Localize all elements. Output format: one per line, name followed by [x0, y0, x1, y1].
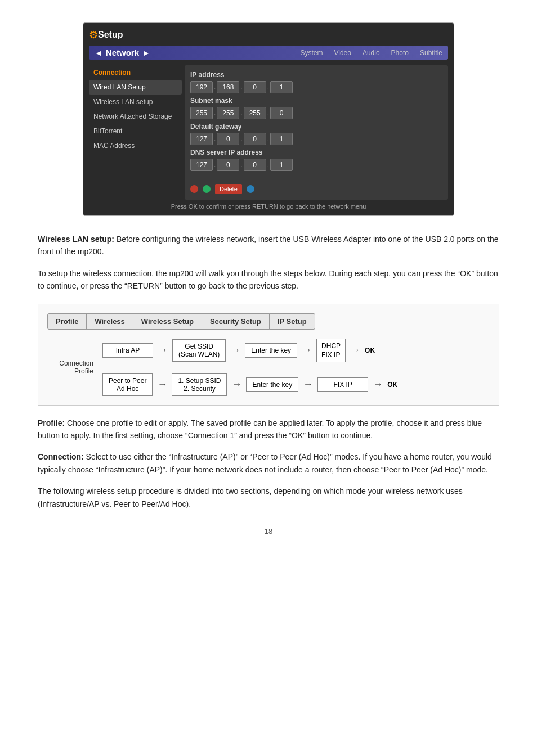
- menu-system[interactable]: System: [300, 49, 323, 57]
- setup-header: ⚙ Setup: [89, 29, 448, 41]
- left-panel-mac[interactable]: MAC Address: [89, 138, 182, 153]
- blue-dot: [247, 185, 254, 193]
- flow-header: Profile Wireless Wireless Setup Security…: [47, 313, 490, 330]
- subnet-octet-2[interactable]: 255: [217, 107, 239, 119]
- right-panel: IP address 192 . 168 . 0 . 1 Subnet mask…: [185, 65, 448, 200]
- profile-para: Profile: Choose one profile to edit or a…: [38, 417, 499, 442]
- connection-profile-label: ConnectionProfile: [53, 359, 98, 375]
- para2: To setup the wireless connection, the mp…: [38, 267, 499, 292]
- dhcp-fixip-node: DHCP FIX IP: [316, 339, 346, 362]
- flow-row-1: ConnectionProfile Infra AP → Get SSID(Sc…: [53, 339, 484, 396]
- profile-text: Choose one profile to edit or apply. The…: [38, 418, 482, 440]
- green-dot: [203, 185, 211, 193]
- infra-ap-row: Infra AP → Get SSID(Scan WLAN) → Enter t…: [102, 339, 397, 362]
- setup-body: Connection Wired LAN Setup Wireless LAN …: [89, 65, 448, 200]
- ok-label-2: OK: [387, 381, 397, 389]
- arrow1: →: [158, 344, 168, 356]
- setup-gear-icon: ⚙: [89, 29, 98, 41]
- ip-octet-4[interactable]: 1: [270, 81, 293, 93]
- menu-video[interactable]: Video: [334, 49, 351, 57]
- left-panel-connection[interactable]: Connection: [89, 65, 182, 80]
- flow-body: ConnectionProfile Infra AP → Get SSID(Sc…: [47, 339, 490, 396]
- left-panel-wireless[interactable]: Wireless LAN setup: [89, 94, 182, 109]
- connection-text: Select to use either the “Infrastructure…: [38, 452, 492, 474]
- dns-octet-1[interactable]: 127: [190, 159, 213, 171]
- tab-profile[interactable]: Profile: [47, 313, 87, 330]
- setup-ssid-node: 1. Setup SSID2. Security: [172, 374, 227, 396]
- gateway-octet-3[interactable]: 0: [244, 133, 266, 145]
- get-ssid-node: Get SSID(Scan WLAN): [172, 339, 226, 362]
- default-gateway-row: 127 . 0 . 0 . 1: [190, 133, 442, 145]
- subnet-mask-row: 255 . 255 . 255 . 0: [190, 107, 442, 119]
- subnet-octet-3[interactable]: 255: [244, 107, 266, 119]
- main-content: Wireless LAN setup: Before configuring t…: [26, 227, 511, 541]
- ip-octet-1[interactable]: 192: [190, 81, 213, 93]
- enter-key-node-2: Enter the key: [246, 377, 298, 392]
- dns-octet-2[interactable]: 0: [217, 159, 239, 171]
- arrow8: →: [373, 379, 383, 390]
- red-dot: [190, 185, 198, 193]
- arrow2: →: [230, 344, 240, 356]
- setup-screenshot: ⚙ Setup ◄ Network ► System Video Audio P…: [83, 22, 454, 216]
- tab-wireless-setup[interactable]: Wireless Setup: [133, 313, 202, 330]
- left-panel-wired[interactable]: Wired LAN Setup: [89, 80, 182, 94]
- gateway-octet-4[interactable]: 1: [270, 133, 293, 145]
- ip-octet-3[interactable]: 0: [244, 81, 266, 93]
- bottom-bar: Delete: [190, 179, 442, 194]
- subnet-octet-4[interactable]: 0: [270, 107, 293, 119]
- dhcp-label: DHCP: [321, 342, 341, 350]
- wireless-setup-para: Wireless LAN setup: Before configuring t…: [38, 233, 499, 258]
- ip-octet-2[interactable]: 168: [217, 81, 239, 93]
- tab-security-setup[interactable]: Security Setup: [202, 313, 270, 330]
- setup-title: Setup: [98, 30, 123, 40]
- arrow7: →: [303, 379, 313, 390]
- arrow3: →: [302, 344, 312, 356]
- arrow6: →: [231, 379, 241, 390]
- dns-octet-3[interactable]: 0: [244, 159, 266, 171]
- left-panel-nas[interactable]: Network Attached Storage: [89, 109, 182, 124]
- connection-bold: Connection:: [38, 452, 84, 461]
- network-bar[interactable]: ◄ Network ► System Video Audio Photo Sub…: [89, 46, 448, 60]
- subnet-octet-1[interactable]: 255: [190, 107, 213, 119]
- nav-right-arrow[interactable]: ►: [142, 48, 150, 57]
- network-bar-left: ◄ Network ►: [95, 48, 150, 57]
- ip-address-label: IP address: [190, 71, 442, 79]
- tab-wireless[interactable]: Wireless: [86, 313, 133, 330]
- gateway-octet-1[interactable]: 127: [190, 133, 213, 145]
- fixip-label-1: FIX IP: [321, 351, 341, 359]
- peer-to-peer-row: Peer to PeerAd Hoc → 1. Setup SSID2. Sec…: [102, 374, 397, 396]
- menu-photo[interactable]: Photo: [391, 49, 409, 57]
- dns-label: DNS server IP address: [190, 148, 442, 156]
- flow-diagram: Profile Wireless Wireless Setup Security…: [38, 304, 499, 406]
- wireless-setup-bold: Wireless LAN setup:: [38, 235, 114, 244]
- connection-profile-group: ConnectionProfile: [53, 359, 98, 375]
- dns-octet-4[interactable]: 1: [270, 159, 293, 171]
- ok-label-1: OK: [365, 346, 375, 354]
- arrow4: →: [350, 344, 360, 356]
- menu-subtitle[interactable]: Subtitle: [420, 49, 442, 57]
- left-panel-bittorrent[interactable]: BitTorrent: [89, 124, 182, 138]
- page-number: 18: [38, 527, 499, 536]
- peer-to-peer-node: Peer to PeerAd Hoc: [102, 374, 153, 396]
- flow-paths: Infra AP → Get SSID(Scan WLAN) → Enter t…: [102, 339, 397, 396]
- default-gateway-label: Default gateway: [190, 123, 442, 130]
- arrow5: →: [157, 379, 167, 390]
- gateway-octet-2[interactable]: 0: [217, 133, 239, 145]
- left-panel: Connection Wired LAN Setup Wireless LAN …: [89, 65, 185, 200]
- fixip-node-2: FIX IP: [317, 377, 368, 392]
- para5: The following wireless setup procedure i…: [38, 485, 499, 510]
- dns-row: 127 . 0 . 0 . 1: [190, 159, 442, 171]
- delete-button[interactable]: Delete: [215, 184, 242, 194]
- infra-ap-node: Infra AP: [102, 343, 153, 358]
- menu-audio[interactable]: Audio: [363, 49, 380, 57]
- nav-left-arrow[interactable]: ◄: [95, 48, 102, 57]
- connection-para: Connection: Select to use either the “In…: [38, 451, 499, 476]
- tab-ip-setup[interactable]: IP Setup: [269, 313, 315, 330]
- subnet-mask-label: Subnet mask: [190, 97, 442, 105]
- top-menu: System Video Audio Photo Subtitle: [300, 49, 442, 57]
- bottom-hint: Press OK to confirm or press RETURN to g…: [89, 203, 448, 210]
- enter-key-node-1: Enter the key: [245, 343, 297, 358]
- network-label: Network: [106, 48, 139, 57]
- ip-address-row: 192 . 168 . 0 . 1: [190, 81, 442, 93]
- profile-bold: Profile:: [38, 418, 65, 428]
